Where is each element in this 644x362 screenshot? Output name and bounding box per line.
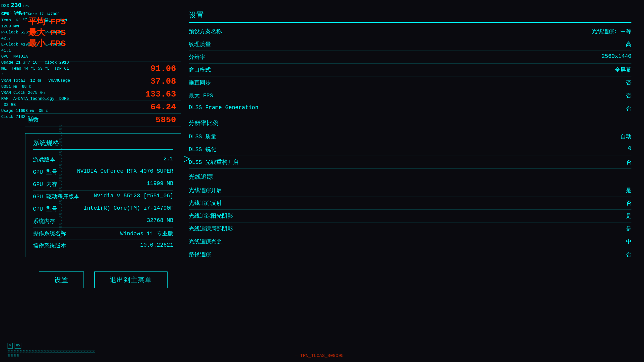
settings-button[interactable]: 设置	[39, 272, 84, 288]
pct1-fps-value: 64.24	[150, 102, 181, 112]
low-num: 1	[10, 10, 12, 16]
settings-row-preset: 预设方案名称 光线追踪: 中等	[189, 25, 631, 38]
low-value: 109	[13, 10, 21, 16]
texture-value: 高	[626, 40, 631, 48]
spec-row-os-name: 操作系统名称 Windows 11 专业版	[33, 228, 173, 240]
settings-panel: 设置 预设方案名称 光线追踪: 中等 纹理质量 高 分辨率 644x362 …	[189, 10, 631, 261]
avg-fps-label: 平均 FPS	[28, 17, 66, 27]
hud-container: D3D 230 FPS Low 1 109 FPS	[1, 1, 29, 16]
min-fps-label: 最小 FPS	[28, 39, 66, 49]
spec-row-sys-mem: 系统内存 32768 MB	[33, 215, 173, 228]
rt-ref-value: 否	[626, 199, 631, 207]
fps-overlay: 平均 FPS 最大 FPS 最小 FPS	[28, 17, 66, 49]
path-value: 否	[626, 251, 631, 258]
resolution-ratio-section: 分辨率比例 DLSS 质量 自动 DLSS 锐化 0 DLSS 光线重构开启 否	[189, 119, 631, 169]
button-row: 设置 退出到主菜单	[25, 272, 181, 288]
rt-local-value: 是	[626, 225, 631, 233]
frame-value: 5850	[155, 115, 181, 125]
spec-row-gpu-mem: GPU 内存 11999 MB	[33, 178, 173, 191]
fan-value: 1269	[1, 24, 11, 29]
rt-sun-value: 是	[626, 212, 631, 220]
settings-row-rt-local: 光线追踪局部阴影 是	[189, 222, 631, 235]
window-label: 窗口模式	[189, 66, 211, 74]
settings-row-dlss-fg: DLSS Frame Generation 否	[189, 102, 631, 115]
preset-value: 光线追踪: 中等	[592, 28, 631, 35]
low-label: Low	[1, 10, 9, 16]
spec-label: 游戏版本	[33, 156, 55, 163]
resolution-ratio-title: 分辨率比例	[189, 119, 631, 128]
settings-row-rt-on: 光线追踪开启 是	[189, 184, 631, 197]
rt-local-label: 光线追踪局部阴影	[189, 225, 233, 233]
settings-row-maxfps: 最大 FPS 否	[189, 89, 631, 102]
dlss-fg-label: DLSS Frame Generation	[189, 105, 258, 112]
settings-row-dlss-sharp: DLSS 锐化 0	[189, 143, 631, 156]
spec-value: Windows 11 专业版	[120, 230, 173, 237]
temp-label: Temp	[1, 18, 11, 23]
rt-sun-label: 光线追踪阳光阴影	[189, 212, 233, 220]
settings-row-texture: 纹理质量 高	[189, 38, 631, 51]
resolution-label: 分辨率	[189, 53, 205, 61]
dlss-sharp-label: DLSS 锐化	[189, 146, 216, 153]
version-desc: 某某某某某某某某某某某某某某某某某某某某某某某某某某某某某某某某某	[8, 350, 96, 358]
maxfps-value: 否	[626, 92, 631, 99]
maxfps-label: 最大 FPS	[189, 92, 213, 99]
spec-row-cpu: CPU 型号 Intel(R) Core(TM) i7-14790F	[33, 203, 173, 215]
version-info: V 85 某某某某某某某某某某某某某某某某某某某某某某某某某某某某某某某某某	[8, 343, 96, 358]
dlss-sharp-value: 0	[628, 146, 631, 153]
ram-usage-line: Usage 11693 MB 35 %	[1, 108, 72, 114]
dlss-fg-value: 否	[626, 105, 631, 112]
temp-value: 63	[16, 18, 21, 23]
ram-line: RAM A-DATA Technology DDR5 32 GB	[1, 96, 72, 108]
settings-row-dlss-q: DLSS 质量 自动	[189, 130, 631, 143]
fps-unit: FPS	[23, 4, 29, 9]
vram-total-line: VRAM Total 12 GB VRAMUsage 8351 MB 68 %	[1, 78, 72, 90]
temp-unit: ℃	[23, 18, 27, 23]
low-unit: FPS	[23, 11, 29, 16]
spec-label: 操作系统版本	[33, 242, 66, 250]
bottom-watermark: — TRN_TLCAS_B09095 —	[295, 353, 349, 358]
ray-tracing-section: 光线追踪 光线追踪开启 是 光线追踪反射 否 光线追踪阳光阴影 是 光线追踪局部…	[189, 173, 631, 261]
spec-label: GPU 内存	[33, 180, 57, 188]
gpu-usage-line: Usage 21 % / 10 Clock 2910 MHz Temp 44 ℃…	[1, 60, 72, 78]
specs-title: 系统规格	[33, 139, 173, 150]
spec-value: Nvidia v 55123 [r551_06]	[94, 193, 173, 200]
dlss-rr-label: DLSS 光线重构开启	[189, 158, 238, 166]
spec-label: 操作系统名称	[33, 230, 66, 237]
spec-row-os-version: 操作系统版本 10.0.22621	[33, 240, 173, 252]
dlss-q-value: 自动	[620, 133, 631, 140]
spec-value: 10.0.22621	[140, 242, 173, 250]
cursor	[184, 156, 191, 165]
settings-row-path: 路径追踪 否	[189, 248, 631, 261]
vsync-value: 否	[626, 79, 631, 86]
max-fps-label: 最大 FPS	[28, 28, 66, 38]
settings-row-rt-light: 光线追踪光照 中	[189, 235, 631, 248]
spec-row-gpu-model: GPU 型号 NVIDIA GeForce RTX 4070 SUPER	[33, 166, 173, 178]
bottom-right-text: ~	[634, 354, 636, 358]
preset-label: 预设方案名称	[189, 28, 222, 35]
rt-light-label: 光线追踪光照	[189, 238, 222, 245]
ray-tracing-title: 光线追踪	[189, 173, 631, 182]
svg-marker-0	[184, 156, 190, 162]
spec-label: GPU 型号	[33, 168, 57, 176]
d3d-label: D3D	[1, 3, 9, 9]
settings-row-window: 窗口模式 全屏幕	[189, 64, 631, 76]
version-num: 85	[15, 343, 22, 349]
texture-label: 纹理质量	[189, 40, 211, 48]
vram-clock-value: 2675	[28, 90, 37, 95]
spec-row-game-version: 游戏版本 2.1	[33, 154, 173, 166]
spec-value: Intel(R) Core(TM) i7-14790F	[84, 205, 173, 213]
rt-light-value: 中	[626, 238, 631, 245]
settings-section-main: 预设方案名称 光线追踪: 中等 纹理质量 高 分辨率 644x362 窗口模…	[189, 25, 631, 115]
settings-row-resolution: 分辨率 644x362	[189, 51, 631, 64]
vram-clock-line: VRAM Clock 2675 MHz	[1, 90, 72, 96]
ram-clock-line: Clock 7182 MHz	[1, 114, 72, 120]
rt-on-value: 是	[626, 187, 631, 194]
spec-value: NVIDIA GeForce RTX 4070 SUPER	[77, 168, 173, 176]
eusage-value: 41.1	[1, 48, 11, 53]
gpu-brand: NVIDIA	[13, 54, 28, 59]
settings-row-vsync: 垂直同步 否	[189, 76, 631, 89]
system-specs-panel: 系统规格 游戏版本 2.1 GPU 型号 NVIDIA GeForce RTX …	[25, 133, 181, 257]
spec-value: 11999 MB	[147, 180, 173, 188]
exit-button[interactable]: 退出到主菜单	[94, 272, 168, 288]
spec-value: 32768 MB	[147, 217, 173, 225]
